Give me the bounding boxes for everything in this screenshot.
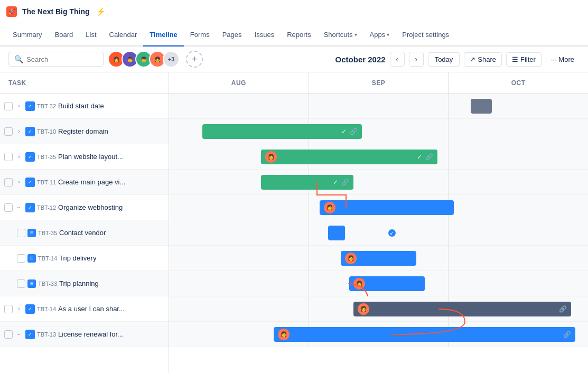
task-name[interactable]: Build start date <box>58 102 164 110</box>
tab-project-settings[interactable]: Project settings <box>396 23 455 46</box>
lightning-icon: ⚡ <box>96 7 105 16</box>
gantt-row: 👩 🔗 <box>169 322 588 347</box>
expand-button[interactable]: › <box>15 330 23 339</box>
today-button[interactable]: Today <box>428 52 460 67</box>
task-checkbox[interactable] <box>4 127 13 136</box>
expand-button[interactable]: › <box>15 203 23 212</box>
table-row: ⊞ TBT-14 Trip delivery <box>0 246 169 271</box>
gantt-bar[interactable]: ✓ 🔗 <box>261 175 353 190</box>
gantt-bar[interactable] <box>328 226 345 240</box>
tab-list[interactable]: List <box>79 23 102 46</box>
task-list: › ✓ TBT-32 Build start date › ✓ TBT-10 R… <box>0 94 169 373</box>
expand-button[interactable]: › <box>15 127 23 136</box>
avatar-count[interactable]: +3 <box>163 51 180 68</box>
timeline-container: Task › ✓ TBT-32 Build start date › <box>0 72 588 373</box>
tab-forms[interactable]: Forms <box>184 23 216 46</box>
task-checkbox[interactable] <box>17 279 25 288</box>
app-icon: 🚀 <box>6 6 17 17</box>
task-type-icon: ✓ <box>25 152 35 162</box>
tab-pages[interactable]: Pages <box>216 23 248 46</box>
assign-button[interactable]: + <box>186 51 203 68</box>
bar-link-icon: 🔗 <box>563 331 571 338</box>
expand-button[interactable]: › <box>15 305 23 313</box>
task-id: TBT-32 <box>37 103 56 109</box>
task-cell: › ✓ TBT-13 License renewal for... <box>0 322 169 347</box>
task-name[interactable]: Create main page vi... <box>58 178 164 186</box>
expand-button[interactable]: › <box>15 178 23 186</box>
tab-apps[interactable]: Apps ▾ <box>363 23 396 46</box>
gantt-bar[interactable]: 👩 🔗 <box>353 302 571 316</box>
task-checkbox[interactable] <box>4 203 13 212</box>
tab-reports[interactable]: Reports <box>281 23 318 46</box>
gantt-bar[interactable]: 👩 <box>341 251 416 266</box>
task-name[interactable]: Organize webhosting <box>58 203 164 211</box>
table-row: › ✓ TBT-35 Plan website layout... <box>0 144 169 170</box>
gantt-content: ✓ 🔗 👩 ✓ 🔗 <box>169 94 588 347</box>
gantt-row: 👩 ✓ 🔗 <box>169 144 588 170</box>
task-name[interactable]: Trip planning <box>59 279 164 287</box>
table-row: › ✓ TBT-13 License renewal for... <box>0 322 169 347</box>
task-checkbox[interactable] <box>17 229 25 237</box>
toolbar: 🔍 👩 👨 👦 👧 +3 + October 2022 ‹ › Today ↗ … <box>0 46 588 72</box>
task-checkbox[interactable] <box>4 330 13 339</box>
nav-tabs: Summary Board List Calendar Timeline For… <box>0 23 588 46</box>
gantt-bar[interactable]: 👩 <box>349 276 425 291</box>
task-cell: › ✓ TBT-35 Plan website layout... <box>0 144 169 169</box>
gantt-bar[interactable]: 👩 <box>320 200 454 215</box>
task-id: TBT-35 <box>38 230 57 236</box>
apps-chevron-icon: ▾ <box>387 32 389 38</box>
task-name[interactable]: Trip delivery <box>59 254 164 262</box>
tab-issues[interactable]: Issues <box>248 23 281 46</box>
toolbar-right: October 2022 ‹ › Today ↗ Share ☰ Filter … <box>335 52 580 67</box>
expand-button[interactable]: › <box>15 153 23 161</box>
prev-month-button[interactable]: ‹ <box>390 52 405 67</box>
task-column-header: Task <box>8 79 26 87</box>
task-type-icon: ✓ <box>25 304 35 314</box>
gantt-row: 👩 <box>169 271 588 296</box>
gantt-row: ↙ <box>169 220 588 246</box>
gantt-bar[interactable] <box>471 99 492 114</box>
task-id: TBT-11 <box>37 179 56 185</box>
tab-summary[interactable]: Summary <box>6 23 49 46</box>
task-name[interactable]: License renewal for... <box>58 330 164 338</box>
avatar-group: 👩 👨 👦 👧 +3 <box>108 51 180 68</box>
table-row: › ✓ TBT-32 Build start date <box>0 94 169 119</box>
month-aug-header: AUG <box>169 72 309 93</box>
task-name[interactable]: As a user I can shar... <box>58 305 164 313</box>
bar-check-icon: ✓ <box>341 128 347 135</box>
bar-link-icon: 🔗 <box>559 305 567 313</box>
share-button[interactable]: ↗ Share <box>464 52 502 67</box>
tab-board[interactable]: Board <box>49 23 80 46</box>
expand-button[interactable]: › <box>15 102 23 110</box>
gantt-bar[interactable]: 👩 ✓ 🔗 <box>261 150 437 164</box>
table-row: ⊞ TBT-33 Trip planning <box>0 271 169 296</box>
task-type-icon: ✓ <box>25 330 35 339</box>
search-icon: 🔍 <box>14 55 23 63</box>
task-checkbox[interactable] <box>4 102 13 110</box>
next-month-button[interactable]: › <box>409 52 424 67</box>
filter-button[interactable]: ☰ Filter <box>506 52 542 67</box>
month-label: October 2022 <box>335 55 386 64</box>
table-row: ⊞ TBT-35 Contact vendor <box>0 220 169 246</box>
task-cell: › ✓ TBT-10 Register domain <box>0 119 169 144</box>
tab-timeline[interactable]: Timeline <box>143 23 184 46</box>
task-name[interactable]: Contact vendor <box>59 229 164 237</box>
gantt-connector: ↙ <box>387 228 397 238</box>
task-checkbox[interactable] <box>4 305 13 313</box>
tab-shortcuts[interactable]: Shortcuts ▾ <box>318 23 363 46</box>
tab-calendar[interactable]: Calendar <box>103 23 144 46</box>
task-checkbox[interactable] <box>17 254 25 263</box>
bar-link-icon: 🔗 <box>341 179 349 186</box>
gantt-bar[interactable]: 👩 🔗 <box>274 327 575 342</box>
search-box[interactable]: 🔍 <box>8 52 104 67</box>
more-button[interactable]: ··· More <box>546 53 580 66</box>
filter-icon: ☰ <box>512 55 518 63</box>
task-checkbox[interactable] <box>4 178 13 186</box>
gantt-row: 👩 🔗 <box>169 296 588 322</box>
gantt-bar[interactable]: ✓ 🔗 <box>202 124 361 139</box>
task-checkbox[interactable] <box>4 153 13 161</box>
task-name[interactable]: Plan website layout... <box>58 153 164 161</box>
task-id: TBT-14 <box>38 255 57 262</box>
search-input[interactable] <box>26 55 98 63</box>
task-name[interactable]: Register domain <box>58 127 164 135</box>
